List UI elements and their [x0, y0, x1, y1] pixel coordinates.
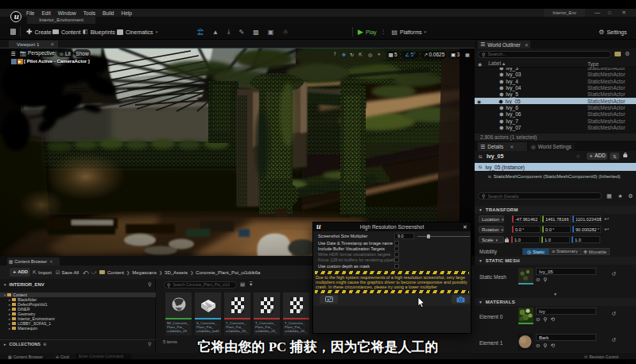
svg-text:√x: √x	[176, 308, 180, 312]
